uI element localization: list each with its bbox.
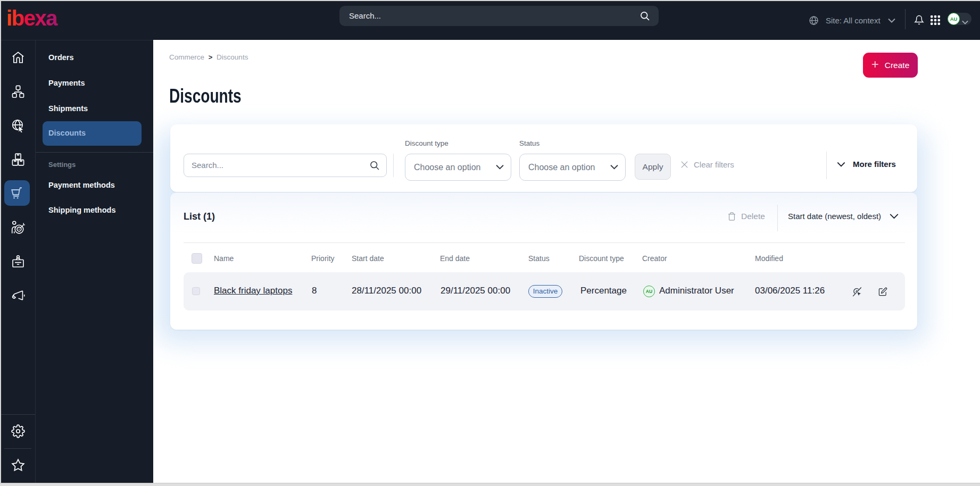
svg-text:ibexa: ibexa [6, 6, 58, 30]
